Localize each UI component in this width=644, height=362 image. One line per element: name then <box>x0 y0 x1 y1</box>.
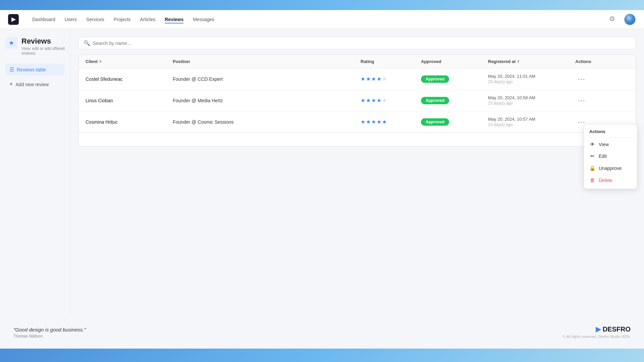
registered-3: May 20, 2024, 10:57 AM 23 day(s) ago <box>488 117 575 127</box>
rating-1: ★ ★ ★ ★ ★ <box>361 76 421 82</box>
sidebar-item-reviews-table[interactable]: ☰ Reviews table <box>5 64 65 75</box>
search-icon: 🔍 <box>84 40 90 46</box>
nav-users[interactable]: Users <box>65 15 77 23</box>
footer-quote: "Good design is good business." <box>13 327 86 333</box>
table-header: Client ⇕ Position Rating Approved Regist… <box>79 55 636 68</box>
approved-badge-1: Approved <box>421 75 449 83</box>
footer-copyright: © All rights reserved. Desfro Studio 202… <box>563 335 631 339</box>
star-1-1: ★ <box>361 76 365 82</box>
add-icon: + <box>9 81 13 88</box>
logo-icon: ▶ <box>8 14 19 25</box>
stars-3: ★ ★ ★ ★ ★ <box>361 119 421 125</box>
dropdown-view[interactable]: 👁 View <box>584 138 637 150</box>
page-header-text: Reviews View, edit or add offered review… <box>21 37 65 56</box>
client-name-3: Cosmina Hrițuc <box>86 119 173 125</box>
nav-dashboard[interactable]: Dashboard <box>32 15 55 23</box>
sort-icon-registered[interactable]: ⇕ <box>517 60 520 63</box>
reviews-table: Client ⇕ Position Rating Approved Regist… <box>78 55 636 146</box>
star-2-3: ★ <box>371 97 376 104</box>
rating-2: ★ ★ ★ ★ ★ <box>361 97 421 104</box>
nav-reviews[interactable]: Reviews <box>165 15 183 23</box>
actions-button-2[interactable]: ··· <box>575 95 588 106</box>
footer-left: "Good design is good business." Thomas W… <box>13 327 86 339</box>
avatar[interactable] <box>624 13 636 25</box>
client-name-2: Linus Cioban <box>86 98 173 103</box>
table-row: Costel Sfeduneac Founder @ CCD Expert ★ … <box>79 68 636 90</box>
dropdown-divider-1 <box>584 137 637 138</box>
star-3-2: ★ <box>366 119 371 125</box>
stars-2: ★ ★ ★ ★ ★ <box>361 97 421 104</box>
star-3-3: ★ <box>371 119 376 125</box>
dropdown-view-label: View <box>599 142 609 147</box>
footer-logo-icon: ▶ <box>596 325 601 333</box>
avatar-image <box>625 14 635 25</box>
page-title: Reviews <box>21 37 65 46</box>
nav-projects[interactable]: Projects <box>114 15 131 23</box>
nav-right: ⚙ <box>609 13 636 25</box>
settings-icon[interactable]: ⚙ <box>609 15 619 24</box>
add-review-label: Add new review <box>16 82 49 87</box>
footer-author: Thomas Watson <box>13 334 86 339</box>
main-layout: ★ Reviews View, edit or add offered revi… <box>0 29 644 315</box>
client-name-1: Costel Sfeduneac <box>86 76 173 82</box>
sort-icon-client[interactable]: ⇕ <box>99 60 102 63</box>
dropdown-unapprove[interactable]: 🔒 Unapprove <box>584 162 637 174</box>
nav-messages[interactable]: Messages <box>193 15 214 23</box>
footer-right: ▶ DESFRO © All rights reserved. Desfro S… <box>563 325 631 339</box>
actions-2: ··· <box>575 95 629 106</box>
sidebar-item-add-review[interactable]: + Add new review <box>5 78 65 90</box>
col-position: Position <box>173 59 361 64</box>
nav-services[interactable]: Services <box>86 15 104 23</box>
page-header: ★ Reviews View, edit or add offered revi… <box>5 37 65 56</box>
lock-icon: 🔒 <box>589 165 595 171</box>
approved-badge-3: Approved <box>421 118 449 126</box>
dropdown-delete[interactable]: 🗑 Delete <box>584 174 637 186</box>
registered-ago-2: 23 day(s) ago <box>488 101 575 106</box>
approved-3: Approved <box>421 118 488 126</box>
search-input[interactable] <box>93 41 631 46</box>
footer-logo-text: DESFRO <box>603 325 631 333</box>
pagination: ← Previous Next → <box>79 133 636 146</box>
navbar: ▶ Dashboard Users Services Projects Arti… <box>0 10 644 29</box>
star-2-4: ★ <box>377 97 381 104</box>
position-1: Founder @ CCD Expert <box>173 76 361 82</box>
position-3: Founder @ Cosmic Sessions <box>173 119 361 125</box>
nav-links: Dashboard Users Services Projects Articl… <box>32 15 598 23</box>
registered-1: May 20, 2024, 11:01 AM 23 day(s) ago <box>488 74 575 84</box>
edit-icon: ✏ <box>589 153 595 159</box>
top-gradient-bar <box>0 0 644 10</box>
star-3-1: ★ <box>361 119 365 125</box>
table-row: Linus Cioban Founder @ Media Hertz ★ ★ ★… <box>79 90 636 111</box>
registered-date-3: May 20, 2024, 10:57 AM <box>488 117 575 122</box>
star-2-5: ★ <box>382 97 387 104</box>
table-icon: ☰ <box>9 66 14 73</box>
nav-logo[interactable]: ▶ <box>8 14 19 25</box>
col-registered: Registered at ⇕ <box>488 59 575 64</box>
star-1-3: ★ <box>371 76 376 82</box>
col-approved: Approved <box>421 59 488 64</box>
actions-button-1[interactable]: ··· <box>575 74 588 84</box>
star-3-5: ★ <box>382 119 387 125</box>
position-2: Founder @ Media Hertz <box>173 98 361 103</box>
dropdown-unapprove-label: Unapprove <box>599 166 622 171</box>
nav-articles[interactable]: Articles <box>140 15 155 23</box>
view-icon: 👁 <box>589 141 595 147</box>
search-bar: 🔍 <box>78 37 636 49</box>
bottom-gradient-bar <box>0 349 644 362</box>
dropdown-delete-label: Delete <box>599 178 612 183</box>
sidebar-menu: ☰ Reviews table + Add new review <box>5 64 65 90</box>
registered-2: May 20, 2024, 10:58 AM 23 day(s) ago <box>488 95 575 106</box>
star-2-2: ★ <box>366 97 371 104</box>
star-icon: ★ <box>9 39 14 47</box>
col-rating: Rating <box>361 59 421 64</box>
approved-1: Approved <box>421 75 488 83</box>
sidebar: ★ Reviews View, edit or add offered revi… <box>0 29 70 315</box>
col-client: Client ⇕ <box>86 59 173 64</box>
registered-date-1: May 20, 2024, 11:01 AM <box>488 74 575 79</box>
dropdown-edit[interactable]: ✏ Edit <box>584 150 637 162</box>
actions-1: ··· <box>575 74 629 84</box>
rating-3: ★ ★ ★ ★ ★ <box>361 119 421 125</box>
registered-ago-3: 23 day(s) ago <box>488 122 575 127</box>
approved-2: Approved <box>421 97 488 104</box>
registered-ago-1: 23 day(s) ago <box>488 79 575 84</box>
